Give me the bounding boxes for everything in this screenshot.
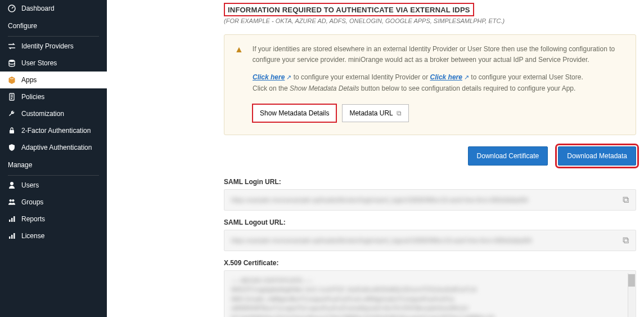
info-text-1: If your identities are stored elsewhere …	[253, 44, 625, 65]
page-subtitle: (FOR EXAMPLE - OKTA, AZURE AD, ADFS, ONE…	[224, 17, 636, 24]
lock-icon	[8, 127, 16, 135]
sidebar-section-manage: Manage	[0, 156, 107, 174]
sidebar-item-reports[interactable]: Reports	[0, 211, 107, 227]
sidebar-label: Dashboard	[21, 5, 55, 12]
field-saml-logout: SAML Logout URL: https example-monoexamp…	[224, 218, 636, 251]
shield-icon	[8, 144, 16, 151]
svg-rect-12	[13, 233, 15, 239]
field-value[interactable]: -----BEGIN CERTIFICATE----- MIID3TC/sgt/…	[231, 276, 629, 317]
sidebar-label: Apps	[21, 76, 37, 84]
sidebar-item-idp[interactable]: Identity Providers	[0, 38, 107, 55]
copy-icon: ⧉	[397, 109, 402, 117]
divider	[8, 36, 99, 37]
download-certificate-button[interactable]: Download Certificate	[468, 146, 548, 166]
page-title: INFORMATION REQUIRED TO AUTHENTICATE VIA…	[228, 6, 470, 14]
action-buttons: Download Certificate Download Metadata	[224, 146, 636, 166]
info-text-2: Click here ↗ to configure your external …	[253, 72, 625, 93]
sidebar-item-dashboard[interactable]: Dashboard	[0, 0, 107, 17]
field-value-box: https example-monoexample-sp/loaded/brok…	[224, 189, 636, 211]
sidebar-label: User Stores	[21, 59, 57, 67]
chart-icon	[8, 232, 16, 240]
field-label: SAML Login URL:	[224, 178, 636, 186]
main-content: INFORMATION REQUIRED TO AUTHENTICATE VIA…	[107, 0, 644, 317]
dashboard-icon	[8, 5, 16, 12]
sidebar-label: Reports	[21, 215, 45, 223]
header-highlight: INFORMATION REQUIRED TO AUTHENTICATE VIA…	[224, 3, 474, 16]
svg-rect-8	[11, 218, 13, 222]
svg-rect-10	[9, 236, 11, 239]
sidebar-item-policies[interactable]: Policies	[0, 88, 107, 105]
copy-icon[interactable]: ⧉	[623, 195, 629, 205]
svg-rect-3	[10, 130, 14, 133]
sidebar-item-adaptive[interactable]: Adaptive Authentication	[0, 139, 107, 156]
sidebar-label: Groups	[21, 198, 43, 206]
sidebar-item-2fa[interactable]: 2-Factor Authentication	[0, 122, 107, 139]
sidebar-label: License	[21, 232, 44, 240]
configure-idp-link[interactable]: Click here	[253, 73, 285, 81]
download-metadata-button[interactable]: Download Metadata	[558, 146, 636, 166]
warning-icon: ▲	[235, 44, 244, 65]
sidebar-label: Identity Providers	[21, 42, 74, 50]
cube-icon	[8, 76, 16, 84]
field-value[interactable]: https example-monoexample-sp/loaded/brok…	[231, 197, 617, 203]
divider	[8, 175, 99, 176]
document-icon	[8, 93, 16, 101]
field-label: SAML Logout URL:	[224, 218, 636, 226]
svg-rect-11	[11, 235, 13, 239]
field-label: X.509 Certificate:	[224, 259, 636, 267]
external-link-icon: ↗	[462, 74, 469, 81]
sidebar-label: 2-Factor Authentication	[21, 127, 91, 135]
sidebar-label: Users	[21, 181, 39, 189]
sidebar-label: Customization	[21, 110, 64, 118]
database-icon	[8, 59, 16, 67]
svg-point-4	[10, 182, 13, 185]
field-value-box: -----BEGIN CERTIFICATE----- MIID3TC/sgt/…	[224, 270, 636, 317]
user-icon	[8, 181, 16, 189]
metadata-url-button[interactable]: Metadata URL ⧉	[342, 104, 408, 122]
field-value-box: https example-monoexample-sp/loaded/brok…	[224, 230, 636, 251]
svg-rect-9	[13, 216, 15, 222]
exchange-icon	[8, 42, 16, 50]
users-icon	[8, 198, 16, 206]
svg-point-6	[12, 199, 14, 202]
copy-icon[interactable]: ⧉	[623, 235, 629, 245]
wrench-icon	[8, 110, 16, 118]
sidebar-item-userstores[interactable]: User Stores	[0, 55, 107, 72]
sidebar-item-users[interactable]: Users	[0, 177, 107, 194]
svg-point-5	[10, 199, 12, 202]
sidebar-item-customization[interactable]: Customization	[0, 105, 107, 122]
external-link-icon: ↗	[285, 74, 291, 81]
sidebar-label: Adaptive Authentication	[21, 144, 92, 151]
sidebar-item-apps[interactable]: Apps	[0, 72, 107, 88]
svg-point-1	[9, 60, 15, 62]
sidebar-item-license[interactable]: License	[0, 227, 107, 244]
chart-icon	[8, 215, 16, 223]
field-value[interactable]: https example-monoexample-sp/loaded/brok…	[231, 237, 617, 244]
show-metadata-button[interactable]: Show Metadata Details	[253, 104, 336, 122]
field-x509: X.509 Certificate: -----BEGIN CERTIFICAT…	[224, 259, 636, 317]
configure-userstore-link[interactable]: Click here	[430, 73, 462, 81]
sidebar-label: Policies	[21, 93, 44, 101]
scrollbar[interactable]	[628, 273, 635, 317]
svg-rect-7	[9, 220, 11, 222]
sidebar: Dashboard Configure Identity Providers U…	[0, 0, 107, 317]
sidebar-item-groups[interactable]: Groups	[0, 194, 107, 211]
info-panel: ▲ If your identities are stored elsewher…	[224, 34, 636, 135]
field-saml-login: SAML Login URL: https example-monoexampl…	[224, 178, 636, 211]
sidebar-section-configure: Configure	[0, 17, 107, 35]
